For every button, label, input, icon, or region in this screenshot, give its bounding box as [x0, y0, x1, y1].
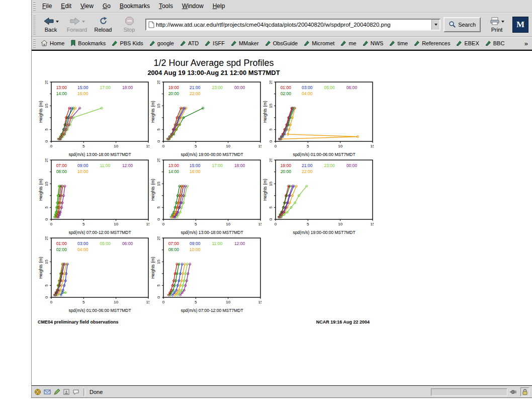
svg-text:10: 10: [114, 300, 118, 304]
profiles-figure: 1/2 Hour Average spd Profiles 2004 Aug 1…: [38, 54, 390, 325]
bookmark-item-isff[interactable]: ISFF: [202, 39, 228, 48]
menu-go[interactable]: Go: [98, 1, 115, 12]
composer-icon[interactable]: [53, 388, 60, 395]
svg-text:15: 15: [156, 181, 161, 186]
svg-text:17:00: 17:00: [212, 163, 223, 168]
bookmark-icon: [205, 40, 211, 47]
back-dropdown-caret[interactable]: [56, 21, 59, 23]
svg-text:10: 10: [226, 300, 230, 304]
forward-dropdown-caret[interactable]: [82, 21, 85, 23]
svg-text:00:00: 00:00: [234, 85, 245, 90]
bookmark-item-micromet[interactable]: Micromet: [301, 39, 337, 48]
svg-text:08:00: 08:00: [168, 247, 180, 252]
svg-text:Heights (m): Heights (m): [150, 257, 155, 279]
url-input[interactable]: [156, 22, 431, 28]
bookmark-item-mmaker[interactable]: MMaker: [228, 39, 262, 48]
bookmark-label: NWS: [371, 40, 384, 46]
svg-text:Heights (m): Heights (m): [262, 101, 268, 123]
print-dropdown-caret[interactable]: [501, 21, 504, 23]
reload-button[interactable]: Reload: [90, 15, 116, 35]
svg-text:Heights (m): Heights (m): [150, 101, 155, 123]
mail-icon[interactable]: [44, 388, 51, 395]
svg-text:spd(m/s) 07:00-12:00 MST7MDT: spd(m/s) 07:00-12:00 MST7MDT: [68, 230, 131, 235]
svg-text:0: 0: [50, 300, 53, 304]
mozilla-throbber-icon[interactable]: M: [512, 17, 528, 33]
offline-icon[interactable]: [510, 389, 518, 394]
menu-view[interactable]: View: [76, 1, 98, 12]
bookmark-item-home[interactable]: Home: [38, 39, 67, 48]
bookmark-item-me[interactable]: me: [337, 39, 359, 48]
bookmark-item-nws[interactable]: NWS: [360, 39, 387, 48]
bookmarks-grippy[interactable]: [33, 39, 36, 48]
svg-text:5: 5: [269, 128, 273, 131]
svg-text:09:00: 09:00: [77, 163, 88, 168]
back-button[interactable]: Back: [38, 15, 64, 35]
navigator-icon[interactable]: [34, 388, 41, 395]
svg-text:10:00: 10:00: [190, 247, 201, 252]
svg-text:05:00: 05:00: [324, 85, 335, 90]
addressbook-icon[interactable]: [63, 388, 70, 395]
bookmarks-overflow-button[interactable]: »: [520, 40, 532, 47]
svg-text:15: 15: [44, 103, 49, 108]
svg-text:0: 0: [269, 218, 273, 220]
security-lock-icon[interactable]: [520, 387, 529, 396]
svg-text:5: 5: [156, 128, 161, 131]
stop-button[interactable]: Stop: [116, 15, 142, 35]
bookmark-item-time[interactable]: time: [386, 39, 411, 48]
menu-bookmarks[interactable]: Bookmarks: [115, 1, 154, 12]
svg-text:0: 0: [162, 222, 165, 226]
svg-text:Heights (m): Heights (m): [38, 179, 43, 201]
svg-text:12:00: 12:00: [122, 163, 133, 168]
menu-file[interactable]: File: [38, 1, 56, 12]
chat-icon[interactable]: [72, 388, 79, 395]
svg-text:15: 15: [258, 222, 261, 226]
menu-edit[interactable]: Edit: [56, 1, 76, 12]
svg-text:5: 5: [195, 144, 197, 148]
bookmark-item-google[interactable]: google: [146, 39, 177, 48]
print-label: Print: [491, 27, 503, 33]
bookmark-item-bookmarks[interactable]: Bookmarks: [67, 39, 109, 48]
menubar-grippy[interactable]: [33, 2, 36, 11]
svg-text:spd(m/s) 19:00-00:00 MST7MDT: spd(m/s) 19:00-00:00 MST7MDT: [293, 230, 355, 235]
svg-text:04:00: 04:00: [77, 247, 88, 252]
svg-text:0: 0: [156, 218, 161, 220]
svg-text:09:00: 09:00: [190, 241, 201, 246]
menu-tools[interactable]: Tools: [154, 1, 178, 12]
svg-text:15: 15: [156, 103, 161, 108]
page-content: 1/2 Hour Average spd Profiles 2004 Aug 1…: [32, 50, 532, 386]
bookmark-item-obsguide[interactable]: ObsGuide: [262, 39, 301, 48]
url-bar: [145, 19, 440, 31]
url-history-dropdown[interactable]: [431, 20, 439, 30]
stop-icon: [125, 17, 134, 26]
subplot-8: 051015051525Heights (m)spd(m/s) 07:00-12…: [150, 236, 262, 314]
svg-text:15: 15: [146, 222, 149, 226]
bookmark-icon: [180, 40, 186, 47]
svg-text:25: 25: [156, 158, 161, 162]
svg-text:23:00: 23:00: [324, 163, 335, 168]
menu-window[interactable]: Window: [178, 1, 208, 12]
bookmark-item-pbs-kids[interactable]: PBS Kids: [109, 39, 146, 48]
svg-text:Heights (m): Heights (m): [38, 257, 43, 279]
search-icon: [449, 21, 456, 29]
svg-text:03:00: 03:00: [77, 241, 88, 246]
search-button[interactable]: Search: [444, 17, 481, 32]
navigation-toolbar: Back Forward Reload Stop: [32, 13, 532, 37]
navbar-grippy[interactable]: [33, 15, 36, 34]
menu-help[interactable]: Help: [208, 1, 230, 12]
bookmark-item-references[interactable]: References: [411, 39, 453, 48]
bookmark-item-ebex[interactable]: EBEX: [453, 39, 482, 48]
bookmark-item-bbc[interactable]: BBC: [482, 39, 508, 48]
print-button[interactable]: Print: [484, 15, 510, 35]
svg-text:0: 0: [162, 144, 165, 148]
svg-text:02:00: 02:00: [56, 247, 67, 252]
forward-button[interactable]: Forward: [64, 15, 90, 35]
svg-text:0: 0: [275, 144, 277, 148]
svg-text:0: 0: [156, 296, 161, 298]
search-label: Search: [458, 22, 476, 28]
bookmark-item-atd[interactable]: ATD: [177, 39, 202, 48]
bookmark-label: ObsGuide: [273, 40, 298, 46]
svg-text:15: 15: [269, 181, 273, 186]
bookmark-icon: [112, 40, 118, 47]
svg-text:spd(m/s) 01:00-06:00 MST7MDT: spd(m/s) 01:00-06:00 MST7MDT: [68, 308, 131, 313]
svg-text:04:00: 04:00: [302, 91, 313, 96]
